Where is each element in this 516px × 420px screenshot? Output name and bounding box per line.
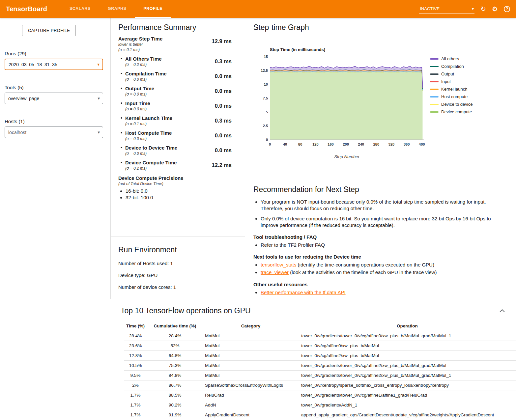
recommendation-section: Recommendation for Next Step Your progra… <box>245 177 516 295</box>
svg-text:80: 80 <box>298 142 302 146</box>
tab-profile[interactable]: PROFILE <box>135 0 171 18</box>
trace-viewer-link[interactable]: trace_viewer <box>261 269 289 275</box>
hosts-used-line: Number of Hosts used: 1 <box>118 261 245 266</box>
tensorflow-stats-link[interactable]: tensorflow_stats <box>261 262 296 267</box>
svg-text:10: 10 <box>264 82 268 86</box>
svg-text:12.5: 12.5 <box>261 69 268 72</box>
legend-item: Compilation <box>430 64 473 69</box>
device-compute-precisions: Device Compute Precisions (out of Total … <box>118 175 245 200</box>
recommendation-title: Recommendation for Next Step <box>253 185 506 194</box>
graph-column: Step-time Graph Step Time (in millisecon… <box>245 18 516 299</box>
tools-label: Tools (5) <box>5 85 110 90</box>
svg-text:320: 320 <box>388 142 394 146</box>
metric-device-to-device: Device to Device Time (σ = 0.0 ms) 0.0 m… <box>118 145 245 156</box>
svg-text:360: 360 <box>404 142 410 146</box>
tool-item: trace_viewer (look at the activities on … <box>261 269 506 275</box>
hosts-select-value: localhost <box>8 130 26 135</box>
x-axis-title: Step Number <box>270 154 424 159</box>
metric-kernel-launch: Kernel Launch Time (σ = 0.1 ms) 0.3 ms <box>118 115 245 126</box>
device-type-line: Device type: GPU <box>118 272 245 278</box>
chevron-down-icon: ▾ <box>97 62 100 67</box>
refresh-icon[interactable]: ↻ <box>480 6 486 12</box>
legend-item: Output <box>430 71 473 76</box>
runs-label: Runs (29) <box>5 51 110 56</box>
legend-item: Input <box>430 79 473 84</box>
legend-item: Host compute <box>430 94 473 99</box>
metric-input: Input Time (σ = 0.0 ms) 0.0 ms <box>118 100 245 111</box>
legend-item: Kernel launch <box>430 87 473 92</box>
metric-host-compute: Host Compute Time (σ = 0.0 ms) 0.0 ms <box>118 130 245 141</box>
chart-legend: All others Compilation Output Input Kern… <box>430 56 473 117</box>
tab-scalars[interactable]: SCALARS <box>61 0 99 18</box>
tab-graphs[interactable]: GRAPHS <box>99 0 135 18</box>
legend-swatch-output <box>430 73 439 75</box>
svg-text:200: 200 <box>343 142 349 146</box>
legend-swatch-device-compute <box>430 111 439 113</box>
metric-value: 0.0 ms <box>209 130 245 139</box>
status-dropdown[interactable]: INACTIVE ▾ <box>419 5 474 14</box>
hosts-select[interactable]: localhost ▾ <box>5 126 103 138</box>
metric-value: 0.3 ms <box>209 115 245 124</box>
sidebar: CAPTURE PROFILE Runs (29) 2020_03_05_18_… <box>0 18 110 420</box>
table-row: 1.7% 91.9% ApplyGradientDescent append_a… <box>124 410 516 420</box>
run-environment-title: Run Environment <box>118 245 245 254</box>
tools-select-value: overview_page <box>8 96 39 101</box>
runs-select[interactable]: 2020_03_05_18_31_35 ▾ <box>5 59 103 70</box>
top-ops-section: Top 10 TensorFlow operations on GPU Time… <box>110 299 516 420</box>
app-logo: TensorBoard <box>0 0 61 18</box>
legend-item: Device compute <box>430 109 473 114</box>
capture-profile-button[interactable]: CAPTURE PROFILE <box>22 25 76 36</box>
svg-text:400: 400 <box>419 142 425 146</box>
metric-value: 12.2 ms <box>209 160 245 168</box>
svg-text:160: 160 <box>328 142 333 146</box>
metric-value: 0.0 ms <box>209 71 245 79</box>
table-row: 28.4% 28.4% MatMul tower_0/v/gradients/t… <box>124 331 516 341</box>
recommendation-bullet: Your program is NOT input-bound because … <box>261 199 506 211</box>
step-time-graph-title: Step-time Graph <box>253 23 516 32</box>
svg-text:0: 0 <box>269 142 271 146</box>
help-icon[interactable]: ? <box>504 6 510 12</box>
performance-summary-section: Performance Summary Average Step Time lo… <box>111 18 245 237</box>
faq-heading: Tool troubleshooting / FAQ <box>253 234 506 240</box>
legend-swatch-host-compute <box>430 96 439 98</box>
chevron-down-icon: ▾ <box>98 130 100 135</box>
svg-text:15: 15 <box>264 55 268 59</box>
top-app-bar: TensorBoard SCALARS GRAPHS PROFILE INACT… <box>0 0 516 18</box>
faq-item: Refer to the TF2 Profiler FAQ <box>261 242 506 248</box>
legend-swatch-compilation <box>430 66 439 67</box>
table-header-row: Time (%) Cumulative time (%) Category Op… <box>124 321 516 331</box>
svg-text:120: 120 <box>312 142 318 146</box>
next-tools-heading: Next tools to use for reducing the Devic… <box>253 254 506 260</box>
table-row: 1.7% 90.2% AddN tower_0/v/gradients/AddN… <box>124 400 516 410</box>
summary-column: Performance Summary Average Step Time lo… <box>110 18 245 299</box>
chart-title: Step Time (in milliseconds) <box>270 47 425 52</box>
run-environment-section: Run Environment Number of Hosts used: 1 … <box>111 237 245 290</box>
svg-text:40: 40 <box>283 142 287 146</box>
legend-swatch-kernel-launch <box>430 89 439 90</box>
chevron-down-icon: ▾ <box>472 6 474 11</box>
svg-text:2.5: 2.5 <box>263 124 268 128</box>
col-header-time: Time (%) <box>124 321 147 331</box>
tool-item-description: (look at the activities on the timeline … <box>289 269 437 275</box>
metric-value: 0.0 ms <box>209 86 245 94</box>
table-row: 9.5% 84.8% MatMul tower_0/v/gradients/to… <box>124 371 516 380</box>
gear-icon[interactable]: ⚙ <box>492 6 498 12</box>
hosts-label: Hosts (1) <box>5 119 110 124</box>
tool-item-description: (identify the time-consuming operations … <box>296 262 434 267</box>
legend-swatch-input <box>430 81 439 82</box>
chevron-down-icon: ▾ <box>98 96 100 101</box>
metric-all-others: All Others Time (σ = 0.2 ms) 0.3 ms <box>118 56 245 67</box>
tfdata-performance-link[interactable]: Better performance with the tf.data API <box>261 290 346 295</box>
legend-swatch-device-to-device <box>430 104 439 105</box>
legend-item: All others <box>430 56 473 61</box>
tools-select[interactable]: overview_page ▾ <box>5 93 103 104</box>
metric-device-compute: Device Compute Time (σ = 0.2 ms) 12.2 ms <box>118 160 245 171</box>
col-header-category: Category <box>203 321 299 331</box>
table-row: 1.7% 88.5% ReluGrad tower_0/v/gradients/… <box>124 390 516 400</box>
collapse-chevron-icon[interactable] <box>498 307 506 315</box>
precision-32bit: 32-bit: 100.0 <box>126 195 245 200</box>
svg-text:7.5: 7.5 <box>263 96 268 100</box>
metric-average-step-time: Average Step Time lower is better (σ = 0… <box>118 36 245 52</box>
svg-text:5: 5 <box>266 110 268 114</box>
main-tabs: SCALARS GRAPHS PROFILE <box>61 0 171 18</box>
